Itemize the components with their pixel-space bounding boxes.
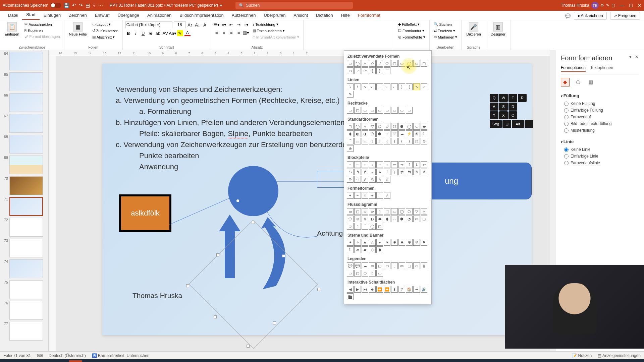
- find-button[interactable]: 🔍 Suchen: [432, 21, 459, 27]
- numbering-icon[interactable]: ≡▾: [221, 21, 227, 27]
- replace-button[interactable]: ⇄ Ersetzen ▾: [432, 28, 459, 34]
- pane-tab-text[interactable]: Textoptionen: [590, 65, 613, 72]
- tab-aufzeichnen[interactable]: Aufzeichnen: [228, 11, 260, 20]
- format-painter-button[interactable]: 🖌 Format übertragen: [23, 34, 61, 39]
- new-slide-button[interactable]: ▦ Neue Folie: [67, 21, 89, 37]
- user-avatar[interactable]: TH: [591, 2, 599, 9]
- taskbar-telegram[interactable]: ✈: [163, 360, 176, 362]
- filename-label[interactable]: PPT 01 Roter Faden 001.pptx • Auf "diese…: [110, 3, 218, 8]
- taskbar-obs[interactable]: ⬤: [190, 360, 203, 362]
- radio-solid-fill[interactable]: Einfarbige Füllung: [564, 107, 639, 114]
- taskbar-vlc[interactable]: ▲: [96, 360, 109, 362]
- taskbar-app4[interactable]: 📋: [176, 360, 189, 362]
- tab-dictation[interactable]: Dictation: [312, 11, 337, 20]
- text-direction-button[interactable]: ↕ Textrichtung ▾: [251, 21, 301, 27]
- align-center-icon[interactable]: ≡: [221, 29, 227, 36]
- justify-icon[interactable]: ≡: [236, 29, 242, 36]
- qat-more-icon[interactable]: ⋯: [98, 3, 103, 8]
- tab-uebergaenge[interactable]: Übergänge: [114, 11, 143, 20]
- comments-icon[interactable]: 💬: [565, 13, 571, 18]
- taskbar-explorer[interactable]: 📁: [15, 360, 28, 362]
- layout-button[interactable]: ▭ Layout ▾: [91, 21, 120, 27]
- tab-animationen[interactable]: Animationen: [143, 11, 175, 20]
- autosave-toggle[interactable]: [50, 3, 61, 8]
- pane-tab-form[interactable]: Formoptionen: [561, 65, 586, 72]
- bullets-icon[interactable]: ☰▾: [214, 21, 220, 27]
- fill-effect-button[interactable]: ◆ Fülleffekt ▾: [397, 21, 427, 27]
- radio-solid-line[interactable]: Einfarbige Linie: [564, 153, 639, 160]
- radio-gradient[interactable]: Farbverlauf: [564, 114, 639, 120]
- slide-thumbnails[interactable]: 64 65 66 67 68 69 70 71 72 73 74 75 76 7…: [0, 50, 49, 351]
- align-right-icon[interactable]: ≡: [228, 29, 234, 36]
- maximize-icon[interactable]: ☐: [629, 3, 633, 8]
- slide-canvas[interactable]: Verwendung von Shapes und Zeichenwerkzeu…: [102, 64, 532, 335]
- minimize-icon[interactable]: —: [620, 3, 624, 8]
- record-button[interactable]: ● Aufzeichnen: [574, 12, 607, 20]
- language-status[interactable]: Deutsch (Österreich): [49, 353, 86, 358]
- thumb-68[interactable]: [9, 135, 43, 154]
- shapes-gallery-dropdown[interactable]: Zuletzt verwendete Formen ▭◯△◇↗⬠▢▭◯▭▢⬭⟋↷…: [344, 50, 432, 304]
- columns-icon[interactable]: ▥▾: [243, 29, 249, 36]
- thumb-67[interactable]: [9, 114, 43, 133]
- shape-outline-button[interactable]: ☐ Formkontur ▾: [397, 28, 427, 34]
- fill-line-tab-icon[interactable]: ◆: [561, 78, 570, 86]
- slide-number-status[interactable]: Folie 71 von 81: [3, 353, 31, 358]
- font-size-input[interactable]: [174, 21, 186, 28]
- grow-font-icon[interactable]: A↑: [187, 22, 193, 28]
- achtung-label[interactable]: Achtung: [317, 229, 343, 237]
- thumb-66[interactable]: [9, 93, 43, 112]
- tab-start[interactable]: Start: [22, 10, 39, 20]
- reset-button[interactable]: ↺ Zurücksetzen: [91, 28, 120, 34]
- redo-icon[interactable]: ↷: [79, 3, 83, 8]
- tab-entwurf[interactable]: Entwurf: [91, 11, 114, 20]
- cut-button[interactable]: ✂ Ausschneiden: [23, 21, 61, 27]
- filename-chevron-icon[interactable]: ▾: [220, 3, 222, 8]
- thumb-71[interactable]: [9, 197, 43, 216]
- tab-ueberpruefen[interactable]: Überprüfen: [260, 11, 289, 20]
- undo-icon[interactable]: ↶: [72, 3, 76, 8]
- user-name[interactable]: Thomas Hruska: [561, 3, 589, 8]
- share-button[interactable]: ↗ Freigeben: [610, 12, 640, 20]
- taskbar-app7[interactable]: ☁: [230, 360, 243, 362]
- slide-text-block[interactable]: Verwendung von Shapes und Zeichenwerkzeu…: [116, 84, 356, 172]
- tab-datei[interactable]: Datei: [4, 11, 22, 20]
- align-text-button[interactable]: ▤ Text ausrichten ▾: [251, 28, 301, 34]
- display-settings-button[interactable]: ▤ Anzeigeeinstellungen: [598, 353, 641, 358]
- effects-tab-icon[interactable]: ⬠: [574, 78, 582, 86]
- thumb-64[interactable]: [9, 52, 43, 70]
- tab-hilfe[interactable]: Hilfe: [337, 11, 354, 20]
- thumb-74[interactable]: [9, 259, 43, 278]
- present-icon[interactable]: ▤: [86, 3, 90, 8]
- notes-button[interactable]: 📝 Notizen: [572, 353, 592, 358]
- radio-no-line[interactable]: Keine Linie: [564, 146, 639, 153]
- thumb-73[interactable]: [9, 239, 43, 257]
- dictate-button[interactable]: 🎤 Diktieren: [464, 21, 483, 37]
- clear-format-icon[interactable]: A̷: [202, 22, 208, 28]
- highlight-icon[interactable]: ✎: [177, 30, 183, 36]
- shadow-icon[interactable]: ab: [155, 30, 161, 36]
- taskbar-vscode[interactable]: V: [150, 360, 162, 362]
- section-fill[interactable]: Füllung: [561, 91, 639, 100]
- taskbar-app8[interactable]: ▦: [244, 360, 256, 362]
- size-tab-icon[interactable]: ▦: [586, 78, 595, 86]
- taskbar-firefox[interactable]: 🦊: [29, 360, 42, 362]
- copy-button[interactable]: ⎘ Kopieren: [23, 28, 61, 33]
- radio-pattern[interactable]: Musterfüllung: [564, 127, 639, 134]
- radio-gradient-line[interactable]: Farbverlaufslinie: [564, 160, 639, 166]
- taskbar-chrome[interactable]: 🌐: [42, 360, 55, 362]
- taskbar-powerpoint[interactable]: P: [69, 360, 82, 362]
- font-color-icon[interactable]: A: [184, 30, 191, 36]
- spell-check-icon[interactable]: ⌨: [37, 353, 43, 358]
- align-left-icon[interactable]: ≡: [214, 29, 220, 36]
- section-line[interactable]: Linie: [561, 137, 639, 146]
- paste-button[interactable]: 📋 Einfügen: [3, 21, 21, 37]
- close-icon[interactable]: ✕: [638, 3, 641, 8]
- smartart-button[interactable]: ◇ In SmartArt konvertieren ▾: [251, 34, 301, 40]
- blue-rounded-rect-shape[interactable]: ung: [414, 163, 532, 199]
- strike-icon[interactable]: S̶: [148, 30, 154, 36]
- search-input[interactable]: [246, 3, 350, 8]
- diamond-shape-selected[interactable]: [187, 222, 319, 346]
- tab-ansicht[interactable]: Ansicht: [289, 11, 312, 20]
- blue-circle-shape[interactable]: [228, 166, 278, 216]
- tab-formformat[interactable]: Formformat: [354, 11, 384, 20]
